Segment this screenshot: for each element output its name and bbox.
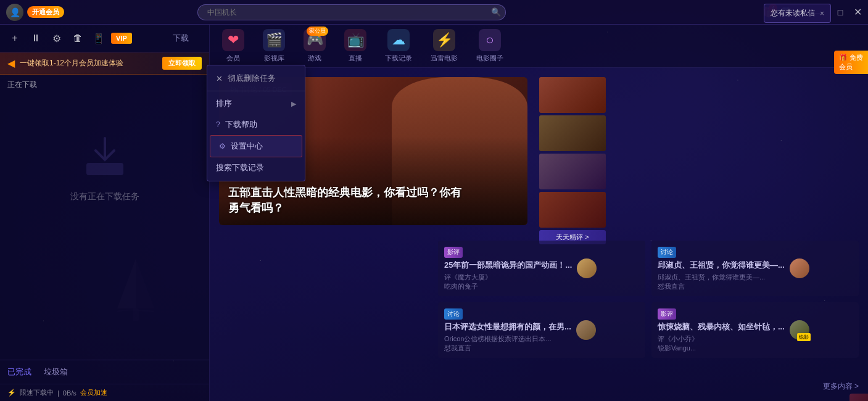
thumb-4[interactable] <box>539 192 606 228</box>
menu-close-item[interactable]: ✕ 彻底删除任务 <box>207 68 305 89</box>
tab-download-history[interactable]: ☁ 下载记录 <box>385 29 412 63</box>
settings-gear-icon: ⚙ <box>219 142 226 151</box>
article-card-4[interactable]: 影评 惊悚烧脑、残暴内核、如坐针毡，... 评《小小乔》 锐影Vangu... … <box>651 302 859 358</box>
speed-value: 0B/s <box>63 389 76 397</box>
close-btn[interactable]: ✕ <box>854 6 862 18</box>
menu-search-history-item[interactable]: 搜索下载记录 <box>207 157 305 178</box>
thumb-1[interactable] <box>539 77 606 113</box>
thumb-2[interactable] <box>539 115 606 151</box>
free-label-2: 会员 <box>839 63 853 70</box>
delete-btn[interactable]: 🗑 <box>69 30 86 47</box>
article-4-avatar: 锐影 <box>790 320 809 340</box>
article-4-sub: 评《小小乔》 <box>658 334 785 344</box>
add-btn[interactable]: + <box>6 30 23 47</box>
vip-toolbar-btn[interactable]: VIP <box>111 33 132 44</box>
menu-settings-item[interactable]: ⚙ 设置中心 <box>210 135 302 157</box>
tab-game[interactable]: 🎮 家公员 游戏 <box>304 29 326 63</box>
notification-close-btn[interactable]: × <box>820 9 824 18</box>
promo-arrow-icon: ◀ <box>7 57 15 69</box>
tab-vip[interactable]: ❤ 会员 <box>222 29 244 63</box>
free-vip-btn[interactable]: 🎁 免费 会员 <box>834 51 868 74</box>
promo-claim-btn[interactable]: 立即领取 <box>162 57 202 70</box>
speed-vip-label[interactable]: 会员加速 <box>80 388 107 397</box>
article-1-title: 25年前一部黑暗诡异的国产动画！... <box>444 260 572 271</box>
download-label: 下载 <box>173 33 189 44</box>
tab-download-label: 下载记录 <box>385 54 412 63</box>
article-3-badge: 讨论 <box>444 308 463 320</box>
tab-live[interactable]: 📺 直播 <box>344 29 366 63</box>
article-card-3[interactable]: 讨论 日本评选女性最想拥有的颜，在男... Oricon公信榜根据投票评选出日本… <box>438 302 645 358</box>
downloading-header: 正在下载 <box>0 75 209 95</box>
tab-movie-label: 影视库 <box>264 54 284 63</box>
article-1-sub: 评《魔方大厦》 <box>444 273 572 282</box>
empty-download-icon <box>80 132 130 181</box>
bottom-nav: 已完成 垃圾箱 <box>0 360 209 384</box>
article-2-sub: 邱淑贞、王祖贤，你觉得谁更美—... <box>658 273 785 282</box>
empty-download-state: 没有正在下载任务 <box>0 95 209 239</box>
vip-badge-btn[interactable]: 开通会员 <box>27 6 64 18</box>
menu-close-icon: ✕ <box>216 74 223 83</box>
article-4-author: 锐影Vangu... <box>658 344 785 353</box>
featured-title: 五部直击人性黑暗的经典电影，你看过吗？你有勇气看吗？ <box>228 185 463 216</box>
thumbnail-column: 天天精评 > <box>539 77 606 244</box>
tab-circle-label: 电影圈子 <box>476 54 503 63</box>
menu-help-item[interactable]: ? 下载帮助 <box>207 114 305 135</box>
article-1-badge: 影评 <box>444 247 463 258</box>
article-4-vip-badge: 锐影 <box>797 333 811 341</box>
article-3-avatar <box>576 320 596 340</box>
notification-text: 您有未读私信 <box>771 8 815 19</box>
nav-tabs: ❤ 会员 🎬 影视库 🎮 家公员 游戏 📺 直播 ☁ <box>210 25 868 68</box>
article-2-avatar <box>790 258 809 278</box>
thumb-3[interactable] <box>539 154 606 189</box>
search-input[interactable] <box>197 4 506 20</box>
menu-sort-item[interactable]: 排序 ▶ <box>207 93 305 114</box>
settings-btn[interactable]: ⚙ <box>48 30 65 47</box>
promo-bar: ◀ 一键领取1-12个月会员加速体验 立即领取 <box>0 52 209 75</box>
speed-bar: ⚡ 限速下载中 | 0B/s 会员加速 <box>0 384 209 401</box>
nav-completed[interactable]: 已完成 <box>7 366 31 378</box>
tab-game-label: 游戏 <box>308 54 321 63</box>
screen-btn[interactable]: 📱 <box>90 30 107 47</box>
thunder-movie-tab-icon: ⚡ <box>433 29 455 51</box>
article-2-title: 邱淑贞、王祖贤，你觉得谁更美—... <box>658 260 785 271</box>
article-1-author: 吃肉的兔子 <box>444 282 572 291</box>
free-label-1: 免费 <box>849 54 863 61</box>
article-2-content: 讨论 邱淑贞、王祖贤，你觉得谁更美—... 邱淑贞、王祖贤，你觉得谁更美—...… <box>658 246 785 291</box>
empty-text: 没有正在下载任务 <box>70 191 139 202</box>
movie-tab-icon: 🎬 <box>263 29 285 51</box>
maximize-btn[interactable]: □ <box>832 4 849 21</box>
tab-movie-library[interactable]: 🎬 影视库 <box>263 29 285 63</box>
speed-separator: | <box>57 389 59 397</box>
article-3-title: 日本评选女性最想拥有的颜，在男... <box>444 321 571 333</box>
menu-divider-1 <box>207 91 305 91</box>
article-2-author: 怼我直言 <box>658 282 785 291</box>
tab-thunder-movie[interactable]: ⚡ 迅雷电影 <box>431 29 458 63</box>
pause-all-btn[interactable]: ⏸ <box>27 30 44 47</box>
tab-vip-label: 会员 <box>226 54 240 63</box>
game-tab-badge: 家公员 <box>307 27 328 36</box>
download-toolbar: + ⏸ ⚙ 🗑 📱 VIP 下载 <box>0 25 209 52</box>
article-1-avatar <box>577 258 597 278</box>
tab-live-label: 直播 <box>349 54 362 63</box>
search-bar: 🔍 <box>197 4 506 20</box>
article-3-author: 怼我直言 <box>444 344 571 353</box>
article-1-content: 影评 25年前一部黑暗诡异的国产动画！... 评《魔方大厦》 吃肉的兔子 <box>444 246 572 291</box>
promo-text: 一键领取1-12个月会员加速体验 <box>20 58 157 68</box>
search-icon[interactable]: 🔍 <box>491 7 501 17</box>
svg-rect-1 <box>86 163 123 175</box>
article-4-badge: 影评 <box>658 308 676 320</box>
avatar: 👤 <box>6 4 23 21</box>
more-content-btn[interactable]: 更多内容 > <box>823 381 859 392</box>
tab-movie-circle[interactable]: ○ 电影圈子 <box>476 29 503 63</box>
article-card-2[interactable]: 讨论 邱淑贞、王祖贤，你觉得谁更美—... 邱淑贞、王祖贤，你觉得谁更美—...… <box>651 241 859 296</box>
titlebar: 👤 开通会员 🔍 🎁 4 👕 ▽ — □ ✕ 您有未读私信 × <box>0 0 868 25</box>
article-card-1[interactable]: 影评 25年前一部黑暗诡异的国产动画！... 评《魔方大厦》 吃肉的兔子 <box>438 241 645 296</box>
download-history-tab-icon: ☁ <box>387 29 410 51</box>
article-4-content: 影评 惊悚烧脑、残暴内核、如坐针毡，... 评《小小乔》 锐影Vangu... <box>658 307 785 353</box>
article-2-badge: 讨论 <box>658 247 676 258</box>
notification-banner: 您有未读私信 × <box>764 4 831 23</box>
article-3-content: 讨论 日本评选女性最想拥有的颜，在男... Oricon公信榜根据投票评选出日本… <box>444 307 571 353</box>
article-3-sub: Oricon公信榜根据投票评选出日本... <box>444 334 571 344</box>
nav-trash[interactable]: 垃圾箱 <box>44 366 68 378</box>
vip-tab-icon: ❤ <box>222 29 244 51</box>
